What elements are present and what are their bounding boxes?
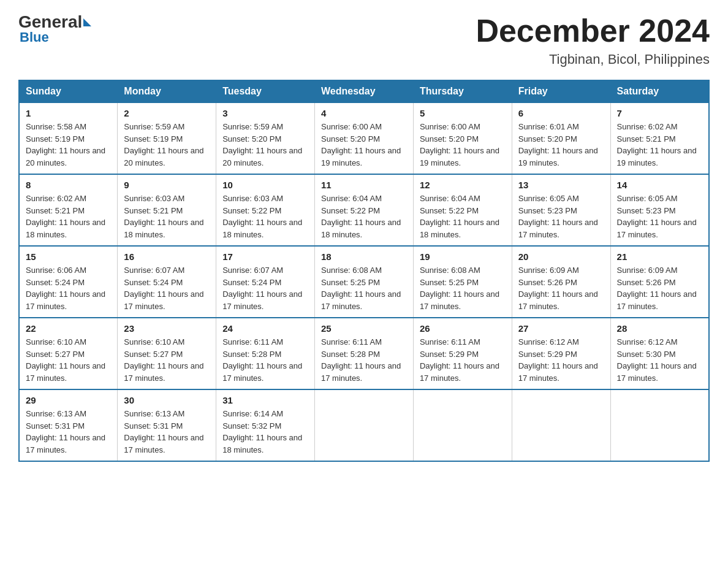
- calendar-week-row: 29 Sunrise: 6:13 AM Sunset: 5:31 PM Dayl…: [19, 389, 709, 461]
- sunset-label: Sunset: 5:20 PM: [222, 134, 281, 144]
- daylight-label: Daylight: 11 hours and 17 minutes.: [124, 289, 203, 311]
- daylight-label: Daylight: 11 hours and 20 minutes.: [124, 146, 203, 167]
- day-info: Sunrise: 6:11 AM Sunset: 5:28 PM Dayligh…: [222, 336, 308, 384]
- day-info: Sunrise: 6:07 AM Sunset: 5:24 PM Dayligh…: [124, 264, 210, 312]
- weekday-header-friday: Friday: [512, 80, 610, 102]
- day-number: 29: [26, 395, 111, 405]
- sunset-label: Sunset: 5:29 PM: [518, 350, 577, 359]
- sunset-label: Sunset: 5:27 PM: [26, 350, 85, 359]
- daylight-label: Daylight: 11 hours and 18 minutes.: [222, 218, 302, 239]
- sunrise-label: Sunrise: 6:07 AM: [124, 266, 184, 275]
- day-number: 11: [321, 180, 407, 190]
- day-info: Sunrise: 6:14 AM Sunset: 5:32 PM Dayligh…: [222, 408, 308, 456]
- calendar-cell: 9 Sunrise: 6:03 AM Sunset: 5:21 PM Dayli…: [118, 174, 216, 246]
- calendar-cell: 13 Sunrise: 6:05 AM Sunset: 5:23 PM Dayl…: [512, 174, 610, 246]
- calendar-cell: 20 Sunrise: 6:09 AM Sunset: 5:26 PM Dayl…: [512, 246, 610, 318]
- day-number: 26: [420, 323, 506, 334]
- day-info: Sunrise: 6:08 AM Sunset: 5:25 PM Dayligh…: [321, 264, 407, 312]
- daylight-label: Daylight: 11 hours and 17 minutes.: [518, 361, 598, 383]
- calendar-cell: 7 Sunrise: 6:02 AM Sunset: 5:21 PM Dayli…: [610, 102, 709, 174]
- calendar-cell: 19 Sunrise: 6:08 AM Sunset: 5:25 PM Dayl…: [413, 246, 512, 318]
- daylight-label: Daylight: 11 hours and 17 minutes.: [518, 218, 598, 239]
- weekday-header-saturday: Saturday: [610, 80, 709, 102]
- sunrise-label: Sunrise: 6:02 AM: [26, 194, 86, 203]
- daylight-label: Daylight: 11 hours and 18 minutes.: [124, 218, 203, 239]
- sunset-label: Sunset: 5:19 PM: [26, 134, 85, 144]
- calendar-cell: 30 Sunrise: 6:13 AM Sunset: 5:31 PM Dayl…: [118, 389, 216, 461]
- day-info: Sunrise: 6:07 AM Sunset: 5:24 PM Dayligh…: [222, 264, 308, 312]
- calendar-cell: 16 Sunrise: 6:07 AM Sunset: 5:24 PM Dayl…: [118, 246, 216, 318]
- sunrise-label: Sunrise: 6:08 AM: [420, 266, 480, 275]
- daylight-label: Daylight: 11 hours and 17 minutes.: [617, 289, 697, 311]
- sunset-label: Sunset: 5:20 PM: [518, 134, 577, 144]
- sunset-label: Sunset: 5:28 PM: [222, 350, 281, 359]
- day-info: Sunrise: 6:13 AM Sunset: 5:31 PM Dayligh…: [26, 408, 111, 456]
- header: General Blue December 2024 Tigbinan, Bic…: [18, 12, 710, 67]
- calendar-cell: [512, 389, 610, 461]
- sunrise-label: Sunrise: 6:10 AM: [124, 337, 184, 347]
- calendar-cell: 8 Sunrise: 6:02 AM Sunset: 5:21 PM Dayli…: [19, 174, 118, 246]
- day-info: Sunrise: 6:05 AM Sunset: 5:23 PM Dayligh…: [518, 193, 604, 240]
- day-info: Sunrise: 5:59 AM Sunset: 5:19 PM Dayligh…: [124, 121, 210, 169]
- sunrise-label: Sunrise: 6:00 AM: [420, 122, 480, 131]
- calendar-cell: 6 Sunrise: 6:01 AM Sunset: 5:20 PM Dayli…: [512, 102, 610, 174]
- day-number: 25: [321, 323, 407, 334]
- day-info: Sunrise: 6:10 AM Sunset: 5:27 PM Dayligh…: [124, 336, 210, 384]
- daylight-label: Daylight: 11 hours and 19 minutes.: [518, 146, 598, 167]
- day-info: Sunrise: 6:02 AM Sunset: 5:21 PM Dayligh…: [26, 193, 111, 240]
- day-info: Sunrise: 6:09 AM Sunset: 5:26 PM Dayligh…: [518, 264, 604, 312]
- calendar-cell: 22 Sunrise: 6:10 AM Sunset: 5:27 PM Dayl…: [19, 318, 118, 389]
- sunrise-label: Sunrise: 6:13 AM: [124, 409, 184, 418]
- day-number: 5: [420, 108, 506, 118]
- day-number: 15: [26, 251, 111, 262]
- day-number: 3: [222, 108, 308, 118]
- sunrise-label: Sunrise: 6:03 AM: [222, 194, 283, 203]
- calendar-week-row: 8 Sunrise: 6:02 AM Sunset: 5:21 PM Dayli…: [19, 174, 709, 246]
- daylight-label: Daylight: 11 hours and 17 minutes.: [617, 361, 697, 383]
- day-number: 20: [518, 251, 604, 262]
- daylight-label: Daylight: 11 hours and 17 minutes.: [26, 361, 105, 383]
- day-number: 8: [26, 180, 111, 190]
- calendar-week-row: 15 Sunrise: 6:06 AM Sunset: 5:24 PM Dayl…: [19, 246, 709, 318]
- sunset-label: Sunset: 5:25 PM: [321, 278, 380, 287]
- day-info: Sunrise: 6:13 AM Sunset: 5:31 PM Dayligh…: [124, 408, 210, 456]
- calendar-week-row: 1 Sunrise: 5:58 AM Sunset: 5:19 PM Dayli…: [19, 102, 709, 174]
- day-info: Sunrise: 6:03 AM Sunset: 5:22 PM Dayligh…: [222, 193, 308, 240]
- sunrise-label: Sunrise: 6:09 AM: [518, 266, 579, 275]
- sunrise-label: Sunrise: 6:03 AM: [124, 194, 184, 203]
- daylight-label: Daylight: 11 hours and 19 minutes.: [420, 146, 499, 167]
- day-number: 30: [124, 395, 210, 405]
- day-number: 19: [420, 251, 506, 262]
- weekday-header-wednesday: Wednesday: [315, 80, 414, 102]
- logo-area: General Blue: [18, 12, 92, 45]
- calendar-cell: 10 Sunrise: 6:03 AM Sunset: 5:22 PM Dayl…: [216, 174, 315, 246]
- daylight-label: Daylight: 11 hours and 17 minutes.: [26, 433, 105, 454]
- sunset-label: Sunset: 5:26 PM: [617, 278, 676, 287]
- day-number: 28: [617, 323, 702, 334]
- calendar-cell: [315, 389, 414, 461]
- day-number: 10: [222, 180, 308, 190]
- day-info: Sunrise: 6:00 AM Sunset: 5:20 PM Dayligh…: [420, 121, 506, 169]
- sunrise-label: Sunrise: 6:07 AM: [222, 266, 283, 275]
- day-info: Sunrise: 6:12 AM Sunset: 5:30 PM Dayligh…: [617, 336, 702, 384]
- sunrise-label: Sunrise: 6:11 AM: [321, 337, 382, 347]
- sunrise-label: Sunrise: 6:13 AM: [26, 409, 86, 418]
- calendar-cell: 24 Sunrise: 6:11 AM Sunset: 5:28 PM Dayl…: [216, 318, 315, 389]
- sunrise-label: Sunrise: 5:59 AM: [222, 122, 283, 131]
- daylight-label: Daylight: 11 hours and 17 minutes.: [420, 361, 499, 383]
- daylight-label: Daylight: 11 hours and 17 minutes.: [420, 289, 499, 311]
- sunset-label: Sunset: 5:28 PM: [321, 350, 380, 359]
- weekday-header-sunday: Sunday: [19, 80, 118, 102]
- sunrise-label: Sunrise: 6:09 AM: [617, 266, 678, 275]
- day-number: 22: [26, 323, 111, 334]
- sunset-label: Sunset: 5:23 PM: [518, 206, 577, 215]
- sunrise-label: Sunrise: 5:59 AM: [124, 122, 184, 131]
- sunset-label: Sunset: 5:21 PM: [617, 134, 676, 144]
- day-info: Sunrise: 6:04 AM Sunset: 5:22 PM Dayligh…: [420, 193, 506, 240]
- calendar-cell: 25 Sunrise: 6:11 AM Sunset: 5:28 PM Dayl…: [315, 318, 414, 389]
- sunset-label: Sunset: 5:20 PM: [420, 134, 479, 144]
- calendar-cell: [610, 389, 709, 461]
- sunrise-label: Sunrise: 6:08 AM: [321, 266, 382, 275]
- day-number: 13: [518, 180, 604, 190]
- logo-blue: Blue: [20, 29, 92, 45]
